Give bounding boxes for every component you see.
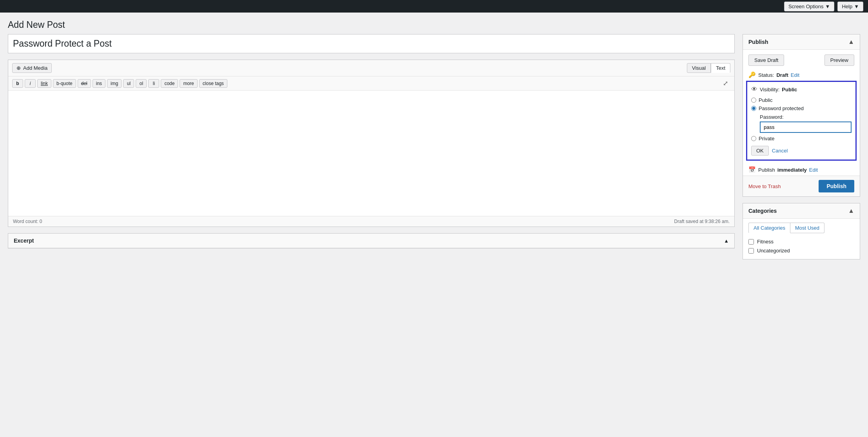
tab-most-used[interactable]: Most Used — [790, 223, 824, 233]
cat-checkbox-fitness[interactable] — [748, 239, 754, 245]
screen-options-button[interactable]: Screen Options ▼ — [784, 2, 834, 11]
category-item-uncategorized: Uncategorized — [748, 246, 854, 255]
help-label: Help — [842, 4, 852, 9]
excerpt-collapse-icon: ▲ — [724, 238, 729, 244]
visual-text-tabs: Visual Text — [687, 63, 730, 73]
help-button[interactable]: Help ▼ — [837, 2, 863, 11]
help-arrow: ▼ — [854, 4, 859, 9]
status-label: Status: — [758, 72, 774, 78]
page-header: Add New Post — [0, 13, 868, 34]
publish-bottom: Move to Trash Publish — [743, 176, 860, 196]
format-bar: b i link b-quote del ins img ul ol li co… — [8, 76, 734, 91]
tab-text[interactable]: Text — [711, 63, 730, 73]
add-media-label: Add Media — [23, 65, 47, 71]
preview-button[interactable]: Preview — [824, 54, 854, 66]
visibility-header-row: 👁 Visibility: Public — [751, 86, 852, 93]
format-img[interactable]: img — [107, 79, 122, 88]
status-value: Draft — [776, 72, 788, 78]
publish-box-header: Publish ▲ — [743, 34, 860, 50]
radio-password-protected[interactable] — [751, 106, 756, 111]
radio-password-row: Password protected — [751, 104, 852, 112]
status-edit-link[interactable]: Edit — [791, 72, 799, 78]
format-ol[interactable]: ol — [136, 79, 147, 88]
publish-collapse-icon[interactable]: ▲ — [848, 38, 854, 45]
format-bold[interactable]: b — [12, 79, 23, 88]
tab-all-categories[interactable]: All Categories — [748, 223, 790, 233]
visibility-ok-row: OK Cancel — [751, 146, 852, 156]
schedule-row: 📅 Publish immediately Edit — [743, 164, 860, 176]
word-count: Word count: 0 — [13, 219, 42, 224]
publish-box: Publish ▲ Save Draft Preview 🔑 Status: D… — [743, 34, 860, 197]
cat-checkbox-uncategorized[interactable] — [748, 248, 754, 254]
schedule-value: immediately — [777, 167, 807, 173]
screen-options-arrow: ▼ — [825, 4, 830, 9]
password-input[interactable] — [760, 121, 852, 133]
format-italic[interactable]: i — [25, 79, 36, 88]
save-draft-button[interactable]: Save Draft — [748, 54, 784, 66]
publish-actions: Save Draft Preview — [743, 50, 860, 69]
excerpt-header[interactable]: Excerpt ▲ — [8, 234, 734, 248]
format-ins[interactable]: ins — [93, 79, 105, 88]
fullscreen-button[interactable]: ⤢ — [721, 79, 730, 88]
password-row: Password: — [751, 112, 852, 134]
radio-private-label: Private — [759, 136, 774, 141]
move-to-trash-link[interactable]: Move to Trash — [748, 183, 781, 189]
radio-private-row: Private — [751, 134, 852, 143]
right-column: Publish ▲ Save Draft Preview 🔑 Status: D… — [743, 34, 860, 259]
visibility-label: Visibility: — [760, 87, 779, 92]
format-bquote[interactable]: b-quote — [53, 79, 76, 88]
format-ul[interactable]: ul — [123, 79, 134, 88]
visibility-value: Public — [782, 87, 797, 92]
radio-password-label: Password protected — [759, 105, 804, 111]
publish-box-title: Publish — [748, 39, 768, 45]
left-column: ⊕ Add Media Visual Text b i link b-quote — [8, 34, 735, 248]
editor-content-area[interactable] — [8, 91, 734, 216]
editor-box: ⊕ Add Media Visual Text b i link b-quote — [8, 60, 735, 227]
visibility-eye-icon: 👁 — [751, 86, 757, 93]
format-close-tags[interactable]: close tags — [199, 79, 227, 88]
format-li[interactable]: li — [148, 79, 159, 88]
status-row: 🔑 Status: Draft Edit — [743, 69, 860, 81]
categories-title: Categories — [748, 208, 777, 214]
schedule-label: Publish — [758, 167, 775, 173]
post-title-input[interactable] — [8, 34, 735, 53]
cat-label-fitness: Fitness — [757, 239, 774, 245]
radio-public-label: Public — [759, 97, 772, 103]
format-code[interactable]: code — [161, 79, 178, 88]
schedule-edit-link[interactable]: Edit — [809, 167, 818, 173]
password-field-label: Password: — [760, 114, 852, 120]
calendar-icon: 📅 — [748, 166, 756, 173]
cat-label-uncategorized: Uncategorized — [757, 248, 790, 254]
radio-private[interactable] — [751, 136, 756, 141]
categories-box-header: Categories ▲ — [743, 203, 860, 219]
radio-public-row: Public — [751, 96, 852, 104]
draft-saved: Draft saved at 9:38:26 am. — [674, 219, 730, 224]
screen-options-label: Screen Options — [788, 4, 824, 9]
categories-box: Categories ▲ All Categories Most Used Fi… — [743, 203, 860, 259]
visibility-ok-button[interactable]: OK — [751, 146, 769, 156]
excerpt-title: Excerpt — [14, 238, 34, 244]
format-link[interactable]: link — [37, 79, 51, 88]
category-item-fitness: Fitness — [748, 237, 854, 246]
categories-collapse-icon[interactable]: ▲ — [848, 207, 854, 214]
status-icon: 🔑 — [748, 71, 756, 78]
top-bar: Screen Options ▼ Help ▼ — [0, 0, 868, 13]
word-count-bar: Word count: 0 Draft saved at 9:38:26 am. — [8, 216, 734, 227]
page-title: Add New Post — [8, 20, 65, 30]
editor-toolbar-top: ⊕ Add Media Visual Text — [8, 60, 734, 76]
add-media-icon: ⊕ — [16, 65, 21, 71]
add-media-button[interactable]: ⊕ Add Media — [12, 63, 52, 73]
format-del[interactable]: del — [78, 79, 91, 88]
main-layout: ⊕ Add Media Visual Text b i link b-quote — [0, 34, 868, 267]
categories-list: Fitness Uncategorized — [743, 233, 860, 259]
publish-button[interactable]: Publish — [819, 180, 854, 192]
radio-public[interactable] — [751, 98, 756, 103]
categories-tabs: All Categories Most Used — [743, 219, 860, 233]
tab-visual[interactable]: Visual — [687, 63, 711, 73]
format-more[interactable]: more — [180, 79, 197, 88]
visibility-panel: 👁 Visibility: Public Public Password pro… — [746, 81, 857, 161]
visibility-cancel-link[interactable]: Cancel — [772, 148, 788, 154]
excerpt-box: Excerpt ▲ — [8, 233, 735, 248]
